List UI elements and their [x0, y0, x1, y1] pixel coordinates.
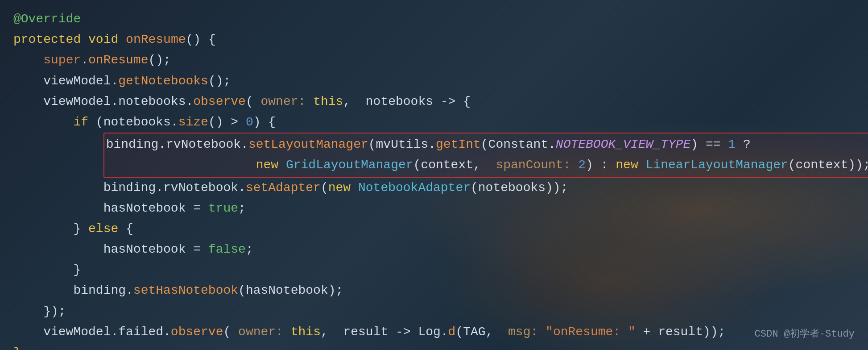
annotation-override: @Override [13, 12, 81, 26]
num-2: 2 [578, 158, 586, 172]
fn-onresume: onResume [126, 33, 186, 46]
code-line-4: viewModel.getNotebooks(); [13, 71, 855, 92]
code-line-17: } [13, 342, 855, 350]
fn-observe: observe [193, 95, 246, 108]
code-line-9: binding.rvNotebook.setAdapter(new Notebo… [13, 178, 855, 198]
code-line-13: } [13, 260, 855, 280]
fn-sethasnotebook: setHasNotebook [133, 283, 238, 297]
str-onresume: "onResume: " [546, 325, 636, 339]
param-owner-2: owner: [238, 325, 283, 339]
fn-getint: getInt [436, 138, 481, 151]
fn-log-d: d [448, 325, 456, 339]
code-line-7-8: binding.rvNotebook.setLayoutManager(mvUt… [13, 133, 855, 177]
fn-super-onresume: onResume [88, 53, 148, 67]
fn-observe-2: observe [171, 325, 223, 339]
kw-if: if [73, 115, 88, 129]
num-1: 1 [728, 138, 736, 151]
highlight-block: binding.rvNotebook.setLayoutManager(mvUt… [103, 133, 868, 177]
class-linearlayoutmanager: LinearLayoutManager [646, 158, 788, 172]
kw-new-2: new [616, 158, 638, 172]
bool-false: false [208, 242, 246, 256]
code-container: @Override protected void onResume() { su… [0, 0, 868, 350]
num-0: 0 [246, 115, 253, 129]
code-line-5: viewModel.notebooks.observe( owner: this… [13, 92, 855, 112]
kw-super: super [43, 53, 81, 67]
code-line-3: super.onResume(); [13, 50, 855, 71]
watermark: CSDN @初学者-Study [755, 326, 855, 342]
kw-this-2: this [291, 325, 321, 339]
kw-void: void [88, 33, 118, 46]
closing-brace: } [13, 346, 21, 350]
code-line-16: viewModel.failed.observe( owner: this, r… [13, 322, 855, 342]
fn-size: size [178, 115, 208, 129]
code-line-14: binding.setHasNotebook(hasNotebook); [13, 280, 855, 301]
code-line-11: } else { [13, 219, 855, 239]
kw-else: else [88, 222, 118, 236]
param-owner: owner: [261, 95, 306, 108]
kw-this: this [313, 95, 343, 108]
kw-new-3: new [328, 181, 351, 195]
class-gridlayoutmanager: GridLayoutManager [286, 158, 413, 172]
fn-getnotebooks: getNotebooks [118, 74, 208, 88]
class-notebookadapter: NotebookAdapter [358, 181, 471, 195]
code-line-2: protected void onResume() { [13, 29, 855, 50]
param-msg: msg: [508, 325, 538, 339]
fn-setlayoutmanager: setLayoutManager [248, 138, 368, 151]
code-line-12: hasNotebook = false; [13, 239, 855, 260]
code-line-10: hasNotebook = true; [13, 198, 855, 219]
code-line-1: @Override [13, 9, 855, 29]
const-notebook-view-type: NOTEBOOK_VIEW_TYPE [556, 138, 690, 151]
kw-new-1: new [256, 158, 278, 172]
fn-setadapter: setAdapter [246, 181, 321, 195]
param-spancount: spanCount: [496, 158, 570, 172]
code-line-6: if (notebooks.size() > 0) { [13, 112, 855, 133]
code-line-15: }); [13, 301, 855, 322]
kw-protected: protected [13, 33, 81, 46]
bool-true: true [208, 201, 238, 215]
